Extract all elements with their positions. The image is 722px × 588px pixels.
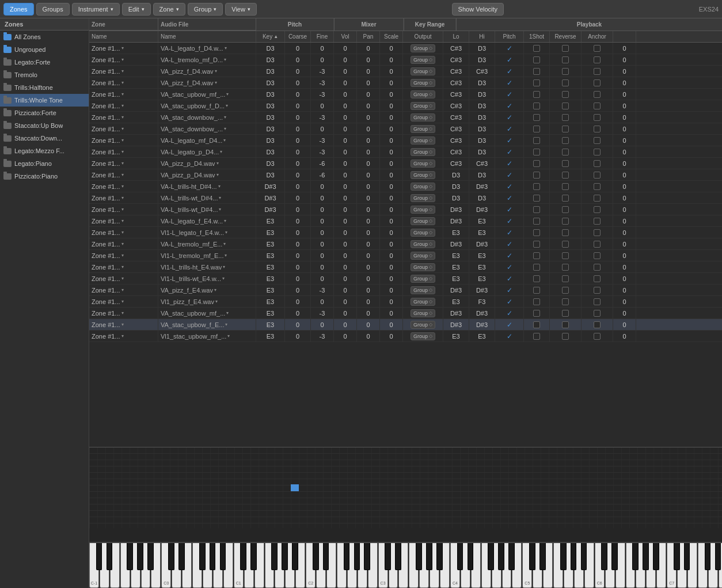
cell-scale[interactable]: 0 [380, 192, 403, 203]
cell-1shot-check[interactable] [524, 54, 550, 65]
cell-reverse-check[interactable] [550, 238, 582, 249]
cell-fine[interactable]: 0 [311, 238, 334, 249]
dropdown-arrow-icon[interactable]: ▾ [121, 126, 124, 131]
sidebar-item-ungrouped[interactable]: Ungrouped [0, 43, 89, 56]
cell-reverse-check[interactable] [550, 43, 582, 54]
cell-reverse-check[interactable] [550, 112, 582, 123]
cell-scale[interactable]: 0 [380, 319, 403, 330]
cell-1shot-check[interactable] [524, 146, 550, 157]
table-row[interactable]: Zone #1...▾VA_pizz_f_E4.wav▾E30-3000Grou… [89, 284, 722, 296]
black-key[interactable] [529, 543, 535, 570]
dropdown-arrow-icon[interactable]: ▾ [226, 310, 229, 316]
cell-output[interactable]: Group◇ [403, 261, 443, 272]
cell-reverse-check[interactable] [550, 250, 582, 261]
view-button[interactable]: View [225, 3, 257, 16]
cell-1shot-check[interactable] [524, 261, 550, 272]
cell-pan[interactable]: 0 [357, 284, 380, 295]
cell-1shot-check[interactable] [524, 135, 550, 146]
dropdown-arrow-icon[interactable]: ▾ [223, 264, 225, 270]
cell-output[interactable]: Group◇ [403, 100, 443, 111]
cell-reverse-check[interactable] [550, 54, 582, 65]
black-key[interactable] [220, 543, 226, 570]
cell-fine[interactable]: 0 [311, 319, 334, 330]
cell-1shot-check[interactable] [524, 250, 550, 261]
table-scroll[interactable]: Zone #1...▾VA-L_legato_f_D4.w...▾D300000… [89, 43, 722, 447]
cell-1shot-check[interactable] [524, 100, 550, 111]
black-key[interactable] [632, 543, 639, 570]
cell-pan[interactable]: 0 [357, 319, 380, 330]
black-key[interactable] [395, 543, 401, 570]
cell-pan[interactable]: 0 [357, 158, 380, 169]
cell-lo[interactable]: C#3 [443, 146, 469, 157]
cell-lo[interactable]: D#3 [443, 319, 469, 330]
black-key[interactable] [715, 543, 721, 570]
dropdown-arrow-icon[interactable]: ▾ [224, 218, 226, 223]
table-row[interactable]: Zone #1...▾VA_pizz_p_D4.wav▾D30-6000Grou… [89, 158, 722, 169]
cell-output[interactable]: Group◇ [403, 192, 443, 203]
dropdown-arrow-icon[interactable]: ▾ [121, 241, 124, 246]
cell-key[interactable]: D3 [256, 146, 285, 157]
cell-1shot-check[interactable] [524, 331, 550, 342]
cell-coarse[interactable]: 0 [285, 238, 311, 249]
cell-hi[interactable]: D3 [469, 77, 495, 88]
cell-pitch-check[interactable]: ✓ [495, 135, 524, 146]
cell-key[interactable]: E3 [256, 319, 285, 330]
cell-pan[interactable]: 0 [357, 296, 380, 307]
dropdown-arrow-icon[interactable]: ▾ [121, 80, 124, 85]
cell-coarse[interactable]: 0 [285, 261, 311, 272]
cell-pitch-check[interactable]: ✓ [495, 100, 524, 111]
cell-coarse[interactable]: 0 [285, 215, 311, 226]
cell-reverse-check[interactable] [550, 273, 582, 284]
cell-vol[interactable]: 0 [334, 158, 357, 169]
cell-vol[interactable]: 0 [334, 192, 357, 203]
cell-hi[interactable]: D3 [469, 146, 495, 157]
cell-output[interactable]: Group◇ [403, 319, 443, 330]
cell-reverse-check[interactable] [550, 261, 582, 272]
cell-output[interactable]: Group◇ [403, 227, 443, 238]
black-key[interactable] [385, 543, 391, 570]
cell-coarse[interactable]: 0 [285, 192, 311, 203]
table-row[interactable]: Zone #1...▾VA_stac_upbow_mf_...▾E30-3000… [89, 308, 722, 319]
cell-scale[interactable]: 0 [380, 273, 403, 284]
cell-lo[interactable]: E3 [443, 331, 469, 342]
cell-scale[interactable]: 0 [380, 169, 403, 180]
dropdown-arrow-icon[interactable]: ▾ [121, 92, 124, 97]
dropdown-arrow-icon[interactable]: ▾ [121, 310, 124, 316]
sidebar-item-pizzicato-piano[interactable]: Pizzicato:Piano [0, 170, 89, 183]
cell-pan[interactable]: 0 [357, 261, 380, 272]
cell-pan[interactable]: 0 [357, 331, 380, 342]
black-key[interactable] [313, 543, 319, 570]
cell-vol[interactable]: 0 [334, 308, 357, 318]
zones-button[interactable]: Zones [3, 3, 34, 16]
cell-lo[interactable]: D3 [443, 181, 469, 192]
dropdown-arrow-icon[interactable]: ▾ [216, 172, 219, 177]
cell-reverse-check[interactable] [550, 319, 582, 330]
cell-coarse[interactable]: 0 [285, 77, 311, 88]
cell-1shot-check[interactable] [524, 192, 550, 203]
cell-lo[interactable]: D#3 [443, 308, 469, 318]
cell-coarse[interactable]: 0 [285, 284, 311, 295]
table-row[interactable]: Zone #1...▾VA-L_trills-ht_D#4...▾D#30000… [89, 181, 722, 192]
cell-hi[interactable]: C#3 [469, 158, 495, 169]
cell-reverse-check[interactable] [550, 89, 582, 100]
cell-vol[interactable]: 0 [334, 77, 357, 88]
cell-output[interactable]: Group◇ [403, 123, 443, 134]
black-key[interactable] [426, 543, 432, 570]
cell-1shot-check[interactable] [524, 43, 550, 54]
cell-hi[interactable]: E3 [469, 250, 495, 261]
dropdown-arrow-icon[interactable]: ▾ [225, 253, 227, 258]
cell-anchor-check[interactable] [582, 331, 613, 342]
cell-pitch-check[interactable]: ✓ [495, 331, 524, 342]
cell-fine[interactable]: 0 [311, 215, 334, 226]
cell-key[interactable]: E3 [256, 273, 285, 284]
cell-reverse-check[interactable] [550, 146, 582, 157]
cell-scale[interactable]: 0 [380, 204, 403, 215]
table-row[interactable]: Zone #1...▾VA-L_legato_p_D4...▾D30-3000G… [89, 146, 722, 158]
cell-vol[interactable]: 0 [334, 238, 357, 249]
dropdown-arrow-icon[interactable]: ▾ [121, 287, 124, 293]
sidebar-item-pizzicato-forte[interactable]: Pizzicato:Forte [0, 107, 89, 119]
cell-anchor-check[interactable] [582, 89, 613, 100]
cell-lo[interactable]: C#3 [443, 135, 469, 146]
cell-pan[interactable]: 0 [357, 66, 380, 77]
cell-anchor-check[interactable] [582, 100, 613, 111]
